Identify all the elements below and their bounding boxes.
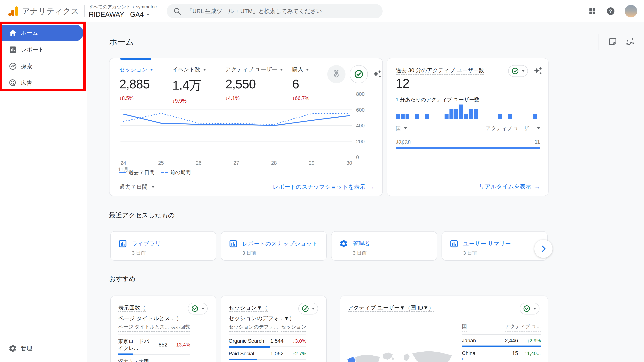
note-icon[interactable] bbox=[608, 37, 618, 46]
recent-card-2[interactable]: レポートのスナップショット3 日前 bbox=[221, 231, 327, 261]
table-row[interactable]: 深大寺・大國魂神社...666↑4.7% bbox=[118, 355, 190, 362]
world-map bbox=[344, 316, 458, 362]
sidebar-item-explore[interactable]: 探索 bbox=[0, 58, 86, 75]
metric-column-header[interactable]: 表示回数 bbox=[170, 324, 190, 332]
rec-card-title-text: 表示回数（ bbox=[118, 305, 146, 312]
row-bar-track bbox=[118, 354, 190, 355]
minute-bar-slot bbox=[396, 104, 400, 119]
chevron-right-icon bbox=[538, 244, 548, 254]
recent-card-1[interactable]: ライブラリ3 日前 bbox=[110, 231, 216, 261]
rec-card-title[interactable]: セッション▼（セッションのデフォ...▼） bbox=[228, 302, 295, 324]
bar-chart-icon bbox=[228, 239, 238, 248]
sparkle-insights-icon[interactable] bbox=[372, 69, 382, 79]
row-bar-fill bbox=[118, 354, 133, 355]
report-snapshot-link[interactable]: レポートのスナップショットを表示 → bbox=[273, 183, 375, 191]
metric-selector[interactable]: セッション bbox=[119, 66, 172, 73]
data-quality-selector[interactable] bbox=[508, 65, 528, 77]
search-bar[interactable]: 「URL 生成ツール + UTM」と検索してみてください bbox=[167, 4, 382, 18]
metric-selector[interactable]: イベント数 bbox=[172, 66, 226, 73]
metric-column-header[interactable]: セッション bbox=[281, 324, 306, 332]
property-selector[interactable]: RIDEAWAY - GA4 bbox=[89, 10, 157, 18]
minute-bar bbox=[400, 114, 404, 119]
rec-card-title[interactable]: 表示回数（ページ タイトルとス... ） bbox=[118, 302, 182, 324]
dimension-column-header[interactable]: 国 bbox=[462, 323, 467, 332]
arrow-right-icon: → bbox=[368, 183, 375, 191]
table-row[interactable]: Organic Search1,544↓3.0% bbox=[228, 335, 306, 348]
rec-card-title-line: セッション▼（ bbox=[228, 302, 295, 313]
chevron-down-icon bbox=[306, 69, 309, 71]
svg-text:28: 28 bbox=[271, 160, 277, 166]
minute-bar-slot bbox=[508, 104, 512, 119]
table-row[interactable]: Paid Social1,062↑2.7% bbox=[228, 348, 306, 360]
minute-bar bbox=[450, 109, 454, 119]
table-row[interactable]: Direct239↓46.4% bbox=[228, 360, 306, 362]
minute-bar-slot bbox=[474, 104, 478, 119]
check-circle-icon bbox=[302, 305, 309, 312]
recent-card-timestamp: 3 日前 bbox=[353, 250, 367, 256]
row-bar-fill bbox=[462, 358, 462, 360]
minute-bar bbox=[415, 114, 419, 119]
table-row[interactable]: China15↑1,40... bbox=[462, 347, 541, 360]
table-row[interactable]: United States8↓50.0% bbox=[462, 360, 541, 362]
minute-bar-slot bbox=[444, 104, 448, 119]
rec-card-title-line: アクティブ ユーザー▼（国 ID▼） bbox=[348, 302, 434, 313]
row-value: 852 bbox=[150, 342, 168, 348]
date-range-selector[interactable]: 過去 7 日間 bbox=[119, 183, 154, 191]
carousel-tab-indicator[interactable] bbox=[120, 58, 151, 60]
actions-divider bbox=[598, 34, 599, 50]
rec-card-title-text: ページ タイトルとス... ） bbox=[118, 315, 182, 322]
carousel-next-button[interactable] bbox=[534, 240, 552, 258]
sparkle-insights-icon[interactable] bbox=[533, 66, 543, 76]
avatar[interactable] bbox=[625, 5, 637, 17]
table-row[interactable]: 東京ロードバイクレ...852↓13.4% bbox=[118, 335, 190, 355]
table-row-line: Direct239↓46.4% bbox=[228, 360, 306, 362]
data-quality-selector[interactable] bbox=[520, 303, 540, 315]
minute-bar bbox=[406, 114, 410, 119]
apps-grid-icon[interactable] bbox=[588, 7, 597, 15]
realtime-metric-selector[interactable]: アクティブ ユーザー bbox=[486, 125, 540, 132]
realtime-country-row[interactable]: Japan11 bbox=[396, 136, 540, 149]
sidebar-item-admin[interactable]: 管理 bbox=[0, 342, 86, 355]
google-analytics-logo-icon[interactable] bbox=[7, 5, 19, 17]
chevron-down-icon bbox=[203, 69, 206, 71]
sidebar-item-home[interactable]: ホーム bbox=[0, 25, 83, 41]
recent-card-timestamp: 3 日前 bbox=[132, 250, 146, 256]
home-icon bbox=[9, 29, 17, 37]
sidebar-item-ads[interactable]: 広告 bbox=[0, 75, 86, 91]
realtime-link[interactable]: リアルタイムを表示 → bbox=[479, 183, 540, 190]
minute-bar bbox=[444, 114, 448, 119]
data-quality-icon[interactable] bbox=[350, 65, 368, 83]
dimension-column-header[interactable]: ページ タイトルとス... bbox=[118, 324, 169, 332]
metric-selector[interactable]: アクティブ ユーザー bbox=[226, 66, 292, 73]
metric-column-header[interactable]: アクティブ ユ... bbox=[505, 323, 541, 332]
sidebar-item-reports[interactable]: レポート bbox=[0, 41, 86, 58]
search-icon bbox=[173, 7, 182, 15]
account-switcher[interactable]: すべてのアカウント › symmetric RIDEAWAY - GA4 bbox=[89, 4, 157, 18]
data-quality-selector[interactable] bbox=[298, 303, 318, 315]
arrow-right-icon: → bbox=[534, 183, 540, 190]
realtime-dimension-selector[interactable]: 国 bbox=[396, 125, 407, 132]
recent-card-3[interactable]: 管理者3 日前 bbox=[331, 231, 437, 261]
help-icon[interactable]: ? bbox=[606, 7, 615, 16]
rec-card-title[interactable]: アクティブ ユーザー▼（国 ID▼） bbox=[348, 302, 434, 313]
sidebar-item-label: 探索 bbox=[21, 62, 32, 70]
country-name: Japan bbox=[396, 139, 411, 145]
benchmark-medal-icon[interactable] bbox=[327, 65, 346, 83]
minute-bar-slot bbox=[484, 104, 488, 119]
dimension-column-header[interactable]: セッションのデフォ... bbox=[228, 324, 278, 332]
recent-card-title: ライブラリ bbox=[132, 240, 161, 248]
minute-bar-slot bbox=[528, 104, 532, 119]
recent-card-title: ユーザー サマリー bbox=[463, 240, 511, 248]
legend-item: 前の期間 bbox=[162, 169, 191, 176]
svg-text:30: 30 bbox=[346, 160, 352, 166]
minute-bar bbox=[396, 114, 400, 119]
insights-icon[interactable] bbox=[625, 37, 635, 47]
recent-card-4[interactable]: ユーザー サマリー3 日前 bbox=[442, 231, 548, 261]
table-row[interactable]: Japan2,446↑2.9% bbox=[462, 335, 541, 347]
sidebar-nav: ホームレポート探索広告 管理 bbox=[0, 22, 86, 362]
header-divider bbox=[84, 5, 85, 17]
data-quality-selector[interactable] bbox=[188, 303, 208, 315]
minute-bar-slot bbox=[489, 104, 493, 119]
minute-bar bbox=[454, 109, 458, 119]
recent-card-title: レポートのスナップショット bbox=[242, 240, 318, 248]
